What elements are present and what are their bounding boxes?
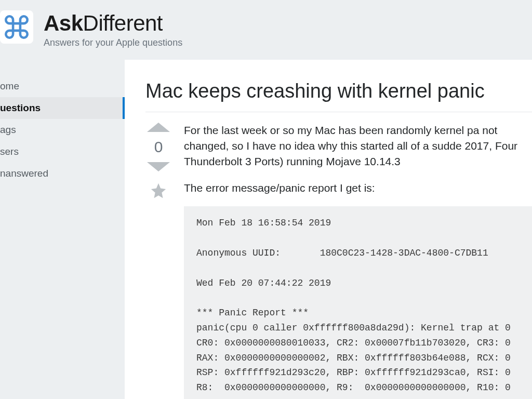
question-title: Mac keeps creashing with kernel panic xyxy=(145,79,532,112)
sidebar-item-unanswered[interactable]: nanswered xyxy=(0,163,125,184)
command-icon xyxy=(5,15,29,39)
body-paragraph: For the last week or so my Mac has been … xyxy=(184,123,532,170)
sidebar-item-home[interactable]: ome xyxy=(0,75,125,97)
downvote-button[interactable] xyxy=(147,162,170,171)
site-logo[interactable] xyxy=(0,10,33,44)
sidebar-item-users[interactable]: sers xyxy=(0,141,125,163)
sidebar-nav: ome uestions ags sers nanswered xyxy=(0,60,125,399)
code-block: Mon Feb 18 16:58:54 2019 Anonymous UUID:… xyxy=(184,206,532,399)
sidebar-item-questions[interactable]: uestions xyxy=(0,97,125,119)
site-tagline: Answers for your Apple questions xyxy=(44,37,182,48)
vote-controls: 0 xyxy=(145,123,171,399)
site-title[interactable]: AskDifferent xyxy=(44,12,182,34)
question-body: For the last week or so my Mac has been … xyxy=(184,123,532,399)
body-paragraph: The error message/panic report I get is: xyxy=(184,180,532,196)
sidebar-item-tags[interactable]: ags xyxy=(0,119,125,141)
star-icon xyxy=(150,182,167,200)
vote-count: 0 xyxy=(154,134,163,160)
favorite-button[interactable] xyxy=(150,182,167,202)
upvote-button[interactable] xyxy=(147,123,170,132)
main-content: Mac keeps creashing with kernel panic 0 … xyxy=(125,60,532,399)
